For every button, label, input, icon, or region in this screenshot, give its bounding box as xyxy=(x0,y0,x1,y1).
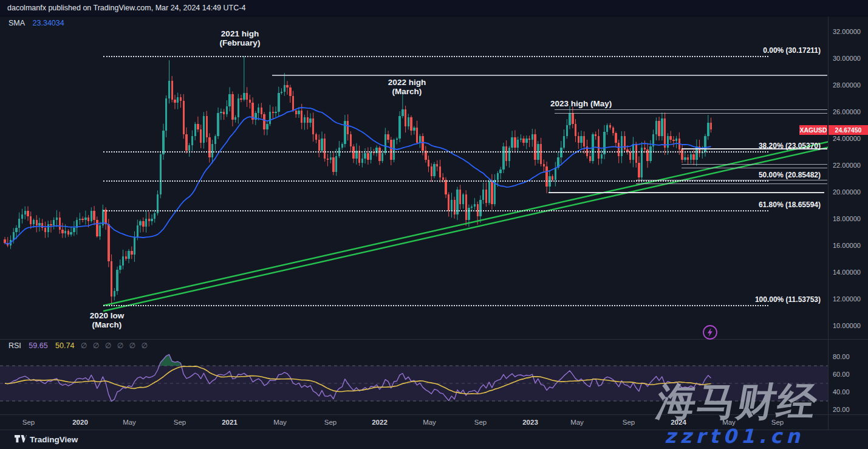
time-tick: May xyxy=(559,419,595,426)
rsi-tick: 80.00 xyxy=(833,353,850,360)
fib-line[interactable] xyxy=(103,305,768,306)
time-tick: May xyxy=(111,419,148,426)
time-tick: 2023 xyxy=(512,419,548,426)
rsi-tick: 40.00 xyxy=(833,388,850,396)
price-level-line[interactable] xyxy=(272,75,827,76)
annotation-2020-low: 2020 low (March) xyxy=(67,312,147,329)
price-tick: 22.00000 xyxy=(833,162,861,169)
time-tick: Sep xyxy=(10,419,47,426)
price-tick: 18.00000 xyxy=(833,215,861,222)
time-tick: 2020 xyxy=(62,419,98,426)
publish-info-text: dacolmanfx published on TradingView.com,… xyxy=(7,4,245,12)
time-tick: May xyxy=(262,419,298,426)
rsi-empty-slot: ∅ xyxy=(105,341,111,350)
time-tick: May xyxy=(411,419,448,426)
rsi-legend[interactable]: RSI 59.65 50.74 ∅ ∅ ∅ ∅ ∅ ∅ xyxy=(9,341,151,350)
price-level-line[interactable] xyxy=(555,109,827,114)
watermark-site-url: zzrt01.cn xyxy=(665,425,804,448)
pane-divider-main-rsi[interactable] xyxy=(0,339,868,340)
sma-legend-value: 23.34034 xyxy=(33,19,64,27)
rsi-empty-slot: ∅ xyxy=(81,341,87,350)
publish-info-bar: dacolmanfx published on TradingView.com,… xyxy=(0,0,868,16)
price-tick: 10.00000 xyxy=(833,322,861,329)
price-tick: 20.00000 xyxy=(833,188,861,196)
fib-label: 100.00% (11.53753) xyxy=(755,295,821,304)
time-tick: Sep xyxy=(312,419,349,426)
price-tick: 30.00000 xyxy=(833,55,861,62)
time-tick: 2021 xyxy=(211,419,248,426)
rsi-legend-value: 59.65 xyxy=(29,341,47,350)
rsi-empty-slot: ∅ xyxy=(142,341,148,350)
time-tick: 2022 xyxy=(361,419,398,426)
price-tick: 16.00000 xyxy=(833,242,861,249)
fib-line[interactable] xyxy=(103,56,768,57)
price-tick: 28.00000 xyxy=(833,81,861,89)
price-tick: 24.00000 xyxy=(833,135,861,142)
fib-line[interactable] xyxy=(103,151,768,153)
rsi-legend-title: RSI xyxy=(9,341,21,350)
annotation-2023-high: 2023 high (May) xyxy=(550,100,612,109)
axis-divider xyxy=(828,16,829,430)
price-tick: 14.00000 xyxy=(833,269,861,276)
rsi-tick: 60.00 xyxy=(833,371,850,378)
flash-icon[interactable] xyxy=(702,324,718,340)
price-level-line[interactable] xyxy=(636,180,827,184)
rsi-empty-slot: ∅ xyxy=(117,341,123,350)
fib-line[interactable] xyxy=(103,210,768,211)
fib-label: 0.00% (30.17211) xyxy=(763,46,821,55)
price-level-line[interactable] xyxy=(548,192,824,193)
fib-label: 38.20% (23.05370) xyxy=(759,142,821,150)
annotation-2021-high: 2021 high (February) xyxy=(200,30,280,47)
price-tick: 12.00000 xyxy=(833,295,861,303)
price-tick: 32.00000 xyxy=(833,28,861,35)
tradingview-brand-text[interactable]: TradingView xyxy=(30,435,78,444)
tradingview-logo[interactable] xyxy=(15,435,27,444)
time-tick: Sep xyxy=(162,419,198,426)
symbol-badge: XAGUSD xyxy=(799,125,827,135)
watermark-site-name: 海马财经 xyxy=(652,375,822,428)
annotation-2022-high: 2022 high (March) xyxy=(367,78,447,96)
rsi-ma-legend-value: 50.74 xyxy=(55,341,74,350)
price-tick: 26.00000 xyxy=(833,108,861,115)
tradingview-published-chart: dacolmanfx published on TradingView.com,… xyxy=(0,0,868,449)
last-price-badge: 24.67450 xyxy=(829,125,868,135)
sma-legend[interactable]: SMA 23.34034 xyxy=(9,19,64,27)
rsi-tick: 20.00 xyxy=(833,406,850,413)
sma-legend-title: SMA xyxy=(9,19,25,27)
chart-plot-area[interactable] xyxy=(0,16,828,414)
rsi-empty-slot: ∅ xyxy=(93,341,99,350)
price-level-line[interactable] xyxy=(682,164,827,168)
time-tick: Sep xyxy=(462,419,499,426)
time-tick: Sep xyxy=(610,419,647,426)
rsi-empty-slot: ∅ xyxy=(129,341,135,350)
fib-label: 50.00% (20.85482) xyxy=(759,171,821,179)
fib-label: 61.80% (18.65594) xyxy=(759,201,821,209)
